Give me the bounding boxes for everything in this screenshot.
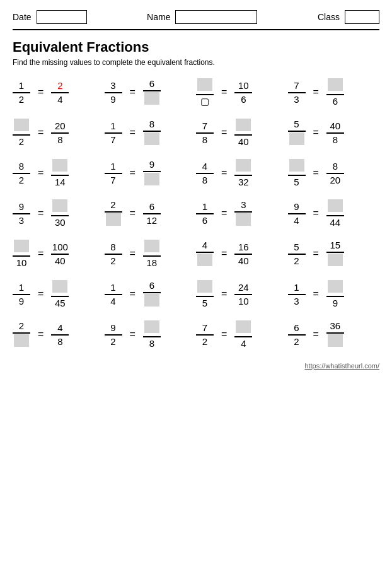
fraction-line xyxy=(234,294,252,295)
answer-box[interactable] xyxy=(236,119,251,131)
denominator xyxy=(144,294,159,309)
fraction-left: 92 xyxy=(105,322,122,348)
denominator: 6 xyxy=(199,215,211,226)
answer-box[interactable] xyxy=(144,173,159,185)
fraction-pair: 4=1640 xyxy=(196,240,288,269)
answer-box[interactable] xyxy=(236,159,251,172)
fraction-line xyxy=(13,134,30,136)
numerator: 1 xyxy=(15,80,28,91)
denominator: 12 xyxy=(146,215,158,226)
fraction-pair: 5=408 xyxy=(288,119,380,148)
fraction-line xyxy=(288,175,306,176)
fraction-pair: 73=6 xyxy=(288,78,380,107)
denominator: 4 xyxy=(107,296,120,307)
numerator xyxy=(52,280,67,295)
denominator: 40 xyxy=(237,255,250,267)
fraction-line xyxy=(143,213,161,214)
footer-link[interactable]: https://whatistheurl.com/ xyxy=(304,362,379,370)
fraction-right: 3 xyxy=(234,199,252,228)
denominator: 6 xyxy=(237,94,250,105)
fraction-pair: 94=44 xyxy=(288,199,380,228)
answer-box[interactable] xyxy=(289,159,304,172)
answer-box[interactable] xyxy=(236,213,251,226)
equals-sign: = xyxy=(38,329,43,341)
answer-box[interactable] xyxy=(197,78,212,91)
fraction-left: 2 xyxy=(105,199,122,228)
numerator: 16 xyxy=(237,242,250,253)
answer-box[interactable] xyxy=(328,78,343,91)
answer-box[interactable] xyxy=(14,334,29,347)
answer-box[interactable] xyxy=(52,159,67,172)
fraction-line xyxy=(196,132,214,134)
numerator xyxy=(144,320,159,336)
answer-box[interactable] xyxy=(328,199,343,212)
fraction-line xyxy=(234,134,252,136)
equals-sign: = xyxy=(130,208,135,220)
answer-box[interactable] xyxy=(14,119,29,131)
fraction-pair: 82=14 xyxy=(13,159,105,188)
numerator: 7 xyxy=(199,322,211,334)
answer-box[interactable] xyxy=(52,280,67,293)
equals-sign: = xyxy=(38,288,43,301)
answer-box[interactable] xyxy=(144,240,159,252)
fraction-line xyxy=(143,131,161,132)
date-label: Date xyxy=(13,12,32,22)
fraction-left: 48 xyxy=(196,161,214,186)
fraction-row: 10=1004082=184=164052=15 xyxy=(13,240,379,269)
name-input[interactable] xyxy=(175,10,257,24)
date-input[interactable] xyxy=(37,10,87,24)
fraction-line xyxy=(13,173,30,174)
answer-box[interactable] xyxy=(106,213,121,226)
fraction-right: 820 xyxy=(326,161,344,186)
numerator xyxy=(144,240,159,255)
fraction-row: 19=4514=65=241013=9 xyxy=(13,280,379,309)
answer-box[interactable] xyxy=(328,334,343,347)
subtitle: Find the missing values to complete the … xyxy=(13,58,379,67)
answer-box[interactable] xyxy=(197,254,212,266)
equals-sign: = xyxy=(221,288,227,301)
numerator xyxy=(14,119,29,134)
numerator: 8 xyxy=(107,242,120,253)
fraction-left: 82 xyxy=(13,161,30,186)
fraction-line xyxy=(105,211,122,213)
fraction-right: 48 xyxy=(51,322,69,348)
fraction-right: 24 xyxy=(51,80,69,105)
fraction-row: 93=302=61216=394=44 xyxy=(13,199,379,228)
answer-box[interactable] xyxy=(144,320,159,333)
answer-box[interactable] xyxy=(328,280,343,293)
fraction-left: 14 xyxy=(105,282,122,307)
fraction-line xyxy=(105,294,122,295)
page-title: Equivalent Fractions xyxy=(13,39,379,56)
fraction-line xyxy=(234,92,252,93)
answer-box[interactable] xyxy=(144,92,159,105)
answer-box[interactable] xyxy=(52,199,67,212)
numerator: 100 xyxy=(52,242,68,253)
answer-box[interactable] xyxy=(14,240,29,252)
equals-sign: = xyxy=(130,167,135,180)
fraction-left: 82 xyxy=(105,242,122,267)
numerator: 9 xyxy=(15,201,28,213)
answer-box[interactable] xyxy=(144,294,159,307)
equals-sign: = xyxy=(221,248,227,260)
numerator: 8 xyxy=(146,119,158,130)
fraction-line xyxy=(196,94,214,95)
answer-box[interactable] xyxy=(289,132,304,145)
denominator: 5 xyxy=(291,177,303,188)
answer-box[interactable] xyxy=(197,280,212,293)
denominator: 4 xyxy=(54,94,66,105)
answer-box[interactable] xyxy=(144,132,159,145)
fraction-line xyxy=(288,334,306,336)
numerator xyxy=(197,78,212,93)
fraction-right: 612 xyxy=(143,201,161,226)
denominator xyxy=(328,254,343,269)
fraction-line xyxy=(196,173,214,174)
fraction-line xyxy=(13,332,30,334)
fraction-line xyxy=(326,173,344,174)
numerator: 9 xyxy=(107,322,120,334)
class-input[interactable] xyxy=(345,10,379,24)
denominator: ▢ xyxy=(199,96,211,107)
answer-box[interactable] xyxy=(328,254,343,266)
answer-box[interactable] xyxy=(236,320,251,333)
denominator xyxy=(14,334,29,349)
fraction-right: 6 xyxy=(326,78,344,107)
